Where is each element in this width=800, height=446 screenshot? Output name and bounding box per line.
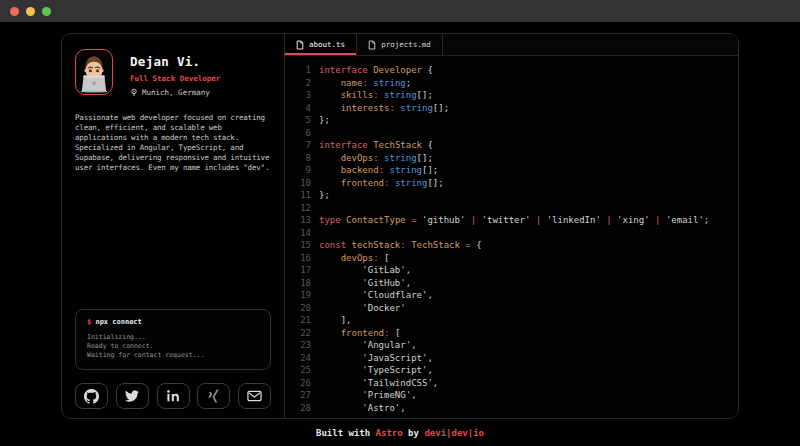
code-line: 19 'Cloudflare', — [287, 289, 738, 302]
terminal-command-line: $ npx connect — [87, 318, 259, 326]
close-window-icon[interactable] — [10, 7, 19, 16]
line-number: 21 — [287, 314, 311, 327]
about-line: user interfaces. Even my name includes "… — [75, 163, 271, 173]
terminal-output-line: Waiting for contact request... — [87, 351, 259, 360]
tab-about-ts[interactable]: about.ts — [285, 34, 357, 55]
code-line: 18 'GitHub', — [287, 277, 738, 290]
profile-name: Dejan Vi. — [130, 54, 220, 69]
terminal-output-line: Ready to connect. — [87, 342, 259, 351]
line-number: 12 — [287, 202, 311, 215]
code-text: const techStack: TechStack = { — [319, 239, 482, 252]
line-number: 15 — [287, 239, 311, 252]
footer-built-with: Built with — [316, 428, 376, 438]
linkedin-button[interactable] — [157, 383, 190, 409]
avatar — [75, 49, 113, 95]
line-number: 10 — [287, 177, 311, 190]
code-text: 'Angular', — [319, 339, 417, 352]
code-text: 'GitHub', — [319, 277, 411, 290]
twitter-button[interactable] — [116, 383, 149, 409]
terminal-output-line: Initializing... — [87, 333, 259, 342]
code-text: interface Developer { — [319, 64, 433, 77]
code-text: }; — [319, 114, 330, 127]
code-text: 'JavaScript', — [319, 352, 433, 365]
editor-tab-bar: about.ts projects.md — [285, 34, 738, 56]
code-line: 20 'Docker' — [287, 302, 738, 315]
line-number: 28 — [287, 402, 311, 415]
linkedin-icon — [166, 389, 180, 403]
tab-label: projects.md — [381, 40, 431, 49]
line-number: 1 — [287, 64, 311, 77]
code-text: interests: string[]; — [319, 102, 449, 115]
file-icon — [296, 40, 304, 50]
profile-location-text: Munich, Germany — [142, 88, 210, 97]
about-line: applications with a modern tech stack. — [75, 133, 271, 143]
code-text: interface TechStack { — [319, 139, 433, 152]
window-titlebar — [0, 0, 800, 22]
profile-location: Munich, Germany — [130, 88, 220, 97]
line-number: 20 — [287, 302, 311, 315]
line-number: 13 — [287, 214, 311, 227]
zoom-window-icon[interactable] — [42, 7, 51, 16]
code-line: 25 'TypeScript', — [287, 364, 738, 377]
code-line: 8 devOps: string[]; — [287, 152, 738, 165]
profile-identity: Dejan Vi. Full Stack Developer Munich, G… — [130, 49, 220, 97]
email-icon — [247, 390, 262, 402]
code-text: devOps: [ — [319, 252, 389, 265]
code-line: 17 'GitLab', — [287, 264, 738, 277]
code-text: }; — [319, 189, 330, 202]
social-links — [75, 383, 271, 409]
xing-icon — [207, 389, 220, 403]
terminal-widget: $ npx connect Initializing... Ready to c… — [75, 309, 271, 370]
line-number: 6 — [287, 127, 311, 140]
line-number: 11 — [287, 189, 311, 202]
code-text: backend: string[]; — [319, 164, 438, 177]
terminal-output: Initializing... Ready to connect. Waitin… — [87, 333, 259, 360]
code-line: 14 — [287, 227, 738, 240]
about-line: Supabase, delivering responsive and intu… — [75, 153, 271, 163]
code-line: 6 — [287, 127, 738, 140]
about-line: Specialized in Angular, TypeScript, and — [75, 143, 271, 153]
code-line: 3 skills: string[]; — [287, 89, 738, 102]
email-button[interactable] — [238, 383, 271, 409]
line-number: 22 — [287, 327, 311, 340]
line-number: 16 — [287, 252, 311, 265]
footer: Built with Astro by devi|dev|io — [0, 419, 800, 446]
code-line: 11}; — [287, 189, 738, 202]
footer-by: by — [403, 428, 425, 438]
tab-label: about.ts — [309, 40, 345, 49]
main-window: Dejan Vi. Full Stack Developer Munich, G… — [61, 33, 739, 419]
code-line: 26 'TailwindCSS', — [287, 377, 738, 390]
code-line: 10 frontend: string[]; — [287, 177, 738, 190]
github-button[interactable] — [75, 383, 108, 409]
code-line: 24 'JavaScript', — [287, 352, 738, 365]
profile-role: Full Stack Developer — [130, 74, 220, 83]
footer-astro-link[interactable]: Astro — [376, 428, 403, 438]
code-line: 28 'Astro', — [287, 402, 738, 415]
xing-button[interactable] — [197, 383, 230, 409]
code-text: 'TailwindCSS', — [319, 377, 438, 390]
about-text: Passionate web developer focused on crea… — [75, 113, 271, 173]
line-number: 26 — [287, 377, 311, 390]
minimize-window-icon[interactable] — [26, 7, 35, 16]
terminal-command: npx connect — [95, 318, 141, 326]
code-text: frontend: string[]; — [319, 177, 444, 190]
code-line: 23 'Angular', — [287, 339, 738, 352]
code-text: ], — [319, 314, 352, 327]
github-icon — [84, 389, 99, 404]
code-line: 5}; — [287, 114, 738, 127]
footer-brand-link[interactable]: devi|dev|io — [424, 428, 484, 438]
line-number: 17 — [287, 264, 311, 277]
code-line: 1interface Developer { — [287, 64, 738, 77]
profile-header: Dejan Vi. Full Stack Developer Munich, G… — [75, 49, 271, 97]
code-text: 'TypeScript', — [319, 364, 433, 377]
about-line: clean, efficient, and scalable web — [75, 123, 271, 133]
code-line: 16 devOps: [ — [287, 252, 738, 265]
code-line: 15const techStack: TechStack = { — [287, 239, 738, 252]
line-number: 25 — [287, 364, 311, 377]
code-editor-panel: about.ts projects.md 1interface Develope… — [285, 34, 738, 418]
code-line: 27 'PrimeNG', — [287, 389, 738, 402]
about-line: Passionate web developer focused on crea… — [75, 113, 271, 123]
code-line: 7interface TechStack { — [287, 139, 738, 152]
code-text: 'Cloudflare', — [319, 289, 433, 302]
tab-projects-md[interactable]: projects.md — [357, 34, 443, 55]
